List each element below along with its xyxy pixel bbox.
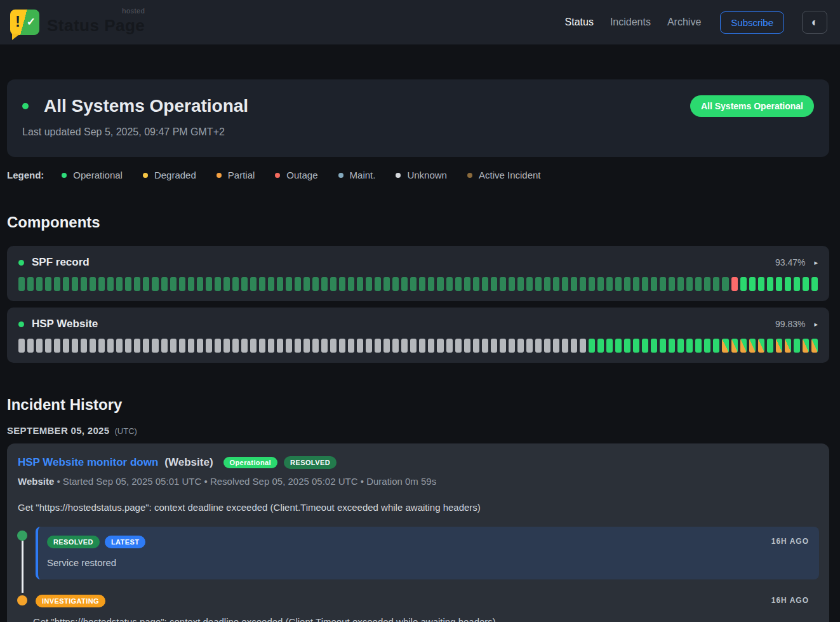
subscribe-button[interactable]: Subscribe — [720, 11, 784, 34]
uptime-bar-unknown[interactable] — [312, 339, 319, 353]
uptime-bar-operational[interactable] — [651, 339, 657, 353]
uptime-bar-operational_past[interactable] — [250, 277, 257, 291]
uptime-bar-unknown[interactable] — [303, 339, 310, 353]
uptime-bar-partial[interactable] — [811, 339, 818, 353]
uptime-bar-operational_past[interactable] — [704, 277, 710, 291]
uptime-bar-unknown[interactable] — [473, 339, 479, 353]
uptime-bar-operational_past[interactable] — [215, 277, 221, 291]
uptime-bar-operational_past[interactable] — [295, 277, 301, 291]
uptime-bar-operational_past[interactable] — [357, 277, 363, 291]
uptime-bar-operational_past[interactable] — [330, 277, 337, 291]
uptime-bar-operational_past[interactable] — [642, 277, 648, 291]
uptime-bar-operational_past[interactable] — [482, 277, 488, 291]
uptime-bar-operational_past[interactable] — [81, 277, 87, 291]
uptime-bar-unknown[interactable] — [232, 339, 239, 353]
uptime-bar-operational[interactable] — [803, 277, 809, 291]
uptime-bar-unknown[interactable] — [116, 339, 123, 353]
uptime-bar-operational_past[interactable] — [18, 277, 25, 291]
uptime-bar-operational_past[interactable] — [125, 277, 131, 291]
uptime-bar-unknown[interactable] — [250, 339, 257, 353]
uptime-bar-unknown[interactable] — [571, 339, 577, 353]
uptime-bar-unknown[interactable] — [179, 339, 185, 353]
uptime-bar-operational[interactable] — [660, 339, 666, 353]
uptime-bar-operational_past[interactable] — [553, 277, 559, 291]
uptime-bar-operational_past[interactable] — [45, 277, 51, 291]
uptime-bar-operational_past[interactable] — [134, 277, 140, 291]
uptime-bar-operational_past[interactable] — [526, 277, 533, 291]
uptime-bar-operational_past[interactable] — [571, 277, 577, 291]
uptime-bar-operational_past[interactable] — [686, 277, 693, 291]
uptime-bar-operational[interactable] — [624, 339, 630, 353]
uptime-bar-partial[interactable] — [731, 339, 738, 353]
nav-link-archive[interactable]: Archive — [667, 17, 701, 28]
uptime-bar-unknown[interactable] — [482, 339, 488, 353]
uptime-bar-operational[interactable] — [794, 277, 800, 291]
uptime-bar-unknown[interactable] — [455, 339, 462, 353]
uptime-bar-unknown[interactable] — [375, 339, 381, 353]
uptime-bar-operational_past[interactable] — [419, 277, 425, 291]
uptime-bar-unknown[interactable] — [277, 339, 283, 353]
uptime-bar-operational[interactable] — [642, 339, 648, 353]
uptime-bar-operational_past[interactable] — [669, 277, 675, 291]
uptime-bar-unknown[interactable] — [428, 339, 434, 353]
uptime-bar-unknown[interactable] — [544, 339, 550, 353]
uptime-bar-operational_past[interactable] — [366, 277, 372, 291]
uptime-bar-operational_past[interactable] — [473, 277, 479, 291]
uptime-bar-operational[interactable] — [606, 339, 613, 353]
uptime-bar-unknown[interactable] — [125, 339, 131, 353]
uptime-bar-operational[interactable] — [776, 277, 782, 291]
uptime-bar-unknown[interactable] — [63, 339, 69, 353]
nav-link-status[interactable]: Status — [565, 17, 594, 28]
uptime-bar-unknown[interactable] — [161, 339, 168, 353]
uptime-bar-operational[interactable] — [749, 277, 756, 291]
uptime-bar-operational_past[interactable] — [517, 277, 524, 291]
uptime-bar-operational_past[interactable] — [107, 277, 114, 291]
uptime-bar-operational_past[interactable] — [303, 277, 310, 291]
uptime-bar-operational_past[interactable] — [624, 277, 630, 291]
uptime-bar-operational_past[interactable] — [206, 277, 212, 291]
uptime-bar-operational_past[interactable] — [713, 277, 719, 291]
theme-toggle-button[interactable]: ◐ — [802, 11, 827, 34]
uptime-bar-unknown[interactable] — [223, 339, 230, 353]
brand-logo[interactable]: ! ✓ hosted Status Page — [10, 10, 145, 36]
uptime-bar-unknown[interactable] — [45, 339, 51, 353]
uptime-bar-operational_past[interactable] — [500, 277, 506, 291]
uptime-bar-operational_past[interactable] — [312, 277, 319, 291]
uptime-bar-operational_past[interactable] — [170, 277, 177, 291]
uptime-bar-operational_past[interactable] — [179, 277, 185, 291]
uptime-bar-operational_past[interactable] — [321, 277, 328, 291]
uptime-bar-operational_past[interactable] — [633, 277, 639, 291]
uptime-bar-operational_past[interactable] — [161, 277, 168, 291]
uptime-bar-unknown[interactable] — [90, 339, 96, 353]
uptime-bar-unknown[interactable] — [170, 339, 177, 353]
uptime-bar-operational_past[interactable] — [446, 277, 453, 291]
uptime-bar-unknown[interactable] — [464, 339, 470, 353]
uptime-bar-operational_past[interactable] — [535, 277, 542, 291]
uptime-bar-operational_past[interactable] — [259, 277, 265, 291]
uptime-bar-operational_past[interactable] — [695, 277, 702, 291]
uptime-bar-unknown[interactable] — [259, 339, 265, 353]
uptime-bar-unknown[interactable] — [321, 339, 328, 353]
uptime-bar-unknown[interactable] — [562, 339, 568, 353]
uptime-bar-operational_past[interactable] — [544, 277, 550, 291]
uptime-bar-unknown[interactable] — [509, 339, 515, 353]
uptime-bar-operational[interactable] — [740, 277, 747, 291]
uptime-bar-unknown[interactable] — [553, 339, 559, 353]
uptime-bar-operational_past[interactable] — [392, 277, 399, 291]
uptime-bar-unknown[interactable] — [580, 339, 586, 353]
uptime-bar-operational_past[interactable] — [116, 277, 123, 291]
uptime-bar-operational_past[interactable] — [143, 277, 149, 291]
uptime-bar-operational_past[interactable] — [152, 277, 158, 291]
uptime-bar-operational[interactable] — [713, 339, 719, 353]
uptime-bar-unknown[interactable] — [206, 339, 212, 353]
uptime-bar-unknown[interactable] — [446, 339, 453, 353]
uptime-bar-operational_past[interactable] — [428, 277, 434, 291]
uptime-bar-operational_past[interactable] — [36, 277, 43, 291]
uptime-bar-unknown[interactable] — [330, 339, 337, 353]
uptime-bar-operational_past[interactable] — [90, 277, 96, 291]
uptime-bar-operational[interactable] — [695, 339, 702, 353]
uptime-bar-unknown[interactable] — [188, 339, 194, 353]
uptime-bar-unknown[interactable] — [392, 339, 399, 353]
uptime-bar-unknown[interactable] — [348, 339, 354, 353]
uptime-bar-unknown[interactable] — [36, 339, 43, 353]
